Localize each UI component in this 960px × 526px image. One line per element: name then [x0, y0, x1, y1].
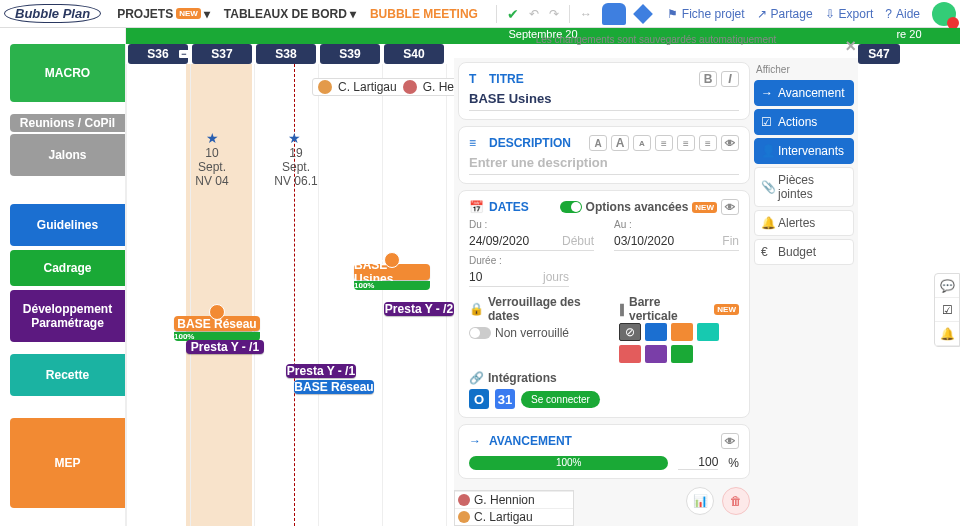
side-intervenants[interactable]: 👤Intervenants	[754, 138, 854, 164]
color-red[interactable]	[619, 345, 641, 363]
row-macro[interactable]: MACRO	[10, 44, 125, 102]
titre-input[interactable]	[469, 87, 739, 111]
eye-icon[interactable]: 👁	[721, 135, 739, 151]
badge-new: NEW	[714, 304, 739, 315]
italic-button[interactable]: I	[721, 71, 739, 87]
logo[interactable]: Bubble Plan	[4, 4, 101, 23]
assignee-row[interactable]: G. Hennion	[455, 491, 573, 508]
row-cadrage[interactable]: Cadrage	[10, 250, 125, 286]
menu-tableaux[interactable]: TABLEAUX DE BORD ▾	[224, 7, 356, 21]
chart-button[interactable]: 📊	[686, 487, 714, 515]
du-label: Du :	[469, 219, 594, 230]
side-actions[interactable]: ☑Actions	[754, 109, 854, 135]
lock-block: 🔒Verrouillage des dates Non verrouillé	[469, 295, 595, 340]
assignee-name: C. Lartigau	[474, 510, 533, 524]
close-icon[interactable]: ×	[845, 36, 856, 57]
user-avatar[interactable]	[932, 2, 956, 26]
bar-base-usines[interactable]: BASE Usines 100%	[354, 264, 430, 280]
avatar-icon	[318, 80, 332, 94]
milestone-icon[interactable]	[633, 4, 653, 24]
week-s38[interactable]: S38	[256, 44, 316, 64]
week-s37[interactable]: S37	[192, 44, 252, 64]
week-s40[interactable]: S40	[384, 44, 444, 64]
bar-presta-y1[interactable]: Presta Y - /1	[186, 340, 264, 354]
row-mep[interactable]: MEP	[10, 418, 125, 508]
menu-projets-label: PROJETS	[117, 7, 173, 21]
bar-base-reseau[interactable]: BASE Réseau 100%	[174, 316, 260, 331]
star-icon[interactable]: ★	[206, 130, 219, 146]
color-orange[interactable]	[671, 323, 693, 341]
color-blue[interactable]	[645, 323, 667, 341]
row-jalons[interactable]: Jalons	[10, 134, 125, 176]
topbar-right: ⚑Fiche projet ↗Partage ⇩Export ?Aide	[667, 2, 956, 26]
check-icon[interactable]: ✔	[507, 6, 519, 22]
color-purple[interactable]	[645, 345, 667, 363]
menu-projets[interactable]: PROJETS NEW ▾	[117, 7, 210, 21]
assignee-row[interactable]: C. Lartigau	[455, 508, 573, 525]
week-s47[interactable]: S47	[858, 44, 900, 64]
progress-bar[interactable]: 100%	[469, 456, 668, 470]
font-size-button[interactable]: A	[589, 135, 607, 151]
bar-pct: 100%	[354, 281, 430, 290]
side-alertes[interactable]: 🔔Alertes	[754, 210, 854, 236]
connect-button[interactable]: Se connecter	[521, 391, 600, 408]
bar-label: Presta Y - /1	[191, 340, 259, 354]
switch-icon	[560, 201, 582, 213]
row-reunions[interactable]: Reunions / CoPil	[10, 114, 125, 132]
bar-presta-y1b[interactable]: Presta Y - /1	[286, 364, 356, 378]
avancement-row: 100% 100 %	[469, 455, 739, 470]
bold-button[interactable]: B	[699, 71, 717, 87]
star-icon[interactable]: ★	[288, 130, 301, 146]
color-none[interactable]: ⊘	[619, 323, 641, 341]
date-from-input[interactable]: 24/09/2020Début	[469, 232, 594, 251]
side-avancement[interactable]: →Avancement	[754, 80, 854, 106]
eye-icon[interactable]: 👁	[721, 433, 739, 449]
redo-icon[interactable]: ↷	[549, 7, 559, 21]
pct-input[interactable]: 100	[678, 455, 718, 470]
align-left-button[interactable]: ≡	[655, 135, 673, 151]
date-to-input[interactable]: 03/10/2020Fin	[614, 232, 739, 251]
tool-shape-icon[interactable]	[602, 3, 626, 25]
row-dev[interactable]: Développement Paramétrage	[10, 290, 125, 342]
date-from-value: 24/09/2020	[469, 234, 529, 248]
align-right-button[interactable]: ≡	[699, 135, 717, 151]
outlook-icon[interactable]: O	[469, 389, 489, 409]
color-green[interactable]	[671, 345, 693, 363]
partage-button[interactable]: ↗Partage	[757, 7, 813, 21]
delete-button[interactable]: 🗑	[722, 487, 750, 515]
export-button[interactable]: ⇩Export	[825, 7, 874, 21]
font-size-button[interactable]: A	[611, 135, 629, 151]
row-recette[interactable]: Recette	[10, 354, 125, 396]
duree-input[interactable]: 10jours	[469, 268, 569, 287]
eye-off-icon[interactable]: 👁	[721, 199, 739, 215]
bar-presta-y2[interactable]: Presta Y - /2	[384, 302, 454, 316]
fit-width-icon[interactable]: ↔	[580, 7, 592, 21]
vbar-head: ‖Barre verticaleNEW	[619, 295, 739, 323]
side-budget[interactable]: €Budget	[754, 239, 854, 265]
aide-button[interactable]: ?Aide	[885, 7, 920, 21]
row-guidelines[interactable]: Guidelines	[10, 204, 125, 246]
bell-icon[interactable]: 🔔	[935, 322, 959, 346]
share-icon: ↗	[757, 7, 767, 21]
side-pieces-jointes[interactable]: 📎Pièces jointes	[754, 167, 854, 207]
check-icon[interactable]: ☑	[935, 298, 959, 322]
chat-icon[interactable]: 💬	[935, 274, 959, 298]
align-center-button[interactable]: ≡	[677, 135, 695, 151]
font-size-button[interactable]: A	[633, 135, 651, 151]
calendar-icon[interactable]: 31	[495, 389, 515, 409]
side-label: Budget	[778, 245, 816, 259]
fiche-projet-button[interactable]: ⚑Fiche projet	[667, 7, 745, 21]
lock-toggle[interactable]: Non verrouillé	[469, 326, 595, 340]
undo-icon[interactable]: ↶	[529, 7, 539, 21]
avatar-icon	[458, 494, 470, 506]
week-s36[interactable]: S36−	[128, 44, 188, 64]
menu-bubble-meeting[interactable]: BUBBLE MEETING	[370, 7, 478, 21]
bar-base-reseau-2[interactable]: BASE Réseau	[294, 380, 374, 394]
description-input[interactable]: Entrer une description	[469, 151, 739, 175]
titre-head-label: TITRE	[489, 72, 524, 86]
advanced-options-toggle[interactable]: Options avancées NEW	[560, 200, 717, 214]
avancement-head: → AVANCEMENT 👁	[469, 433, 739, 449]
week-s39[interactable]: S39	[320, 44, 380, 64]
week-plus-icon[interactable]: −	[179, 50, 189, 58]
color-teal[interactable]	[697, 323, 719, 341]
